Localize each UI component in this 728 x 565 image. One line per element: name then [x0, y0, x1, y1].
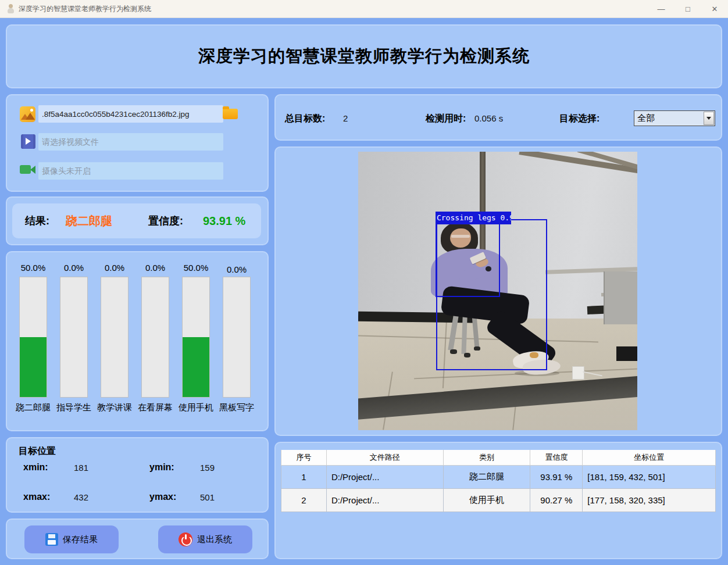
- exit-button-label: 退出系统: [197, 534, 232, 545]
- behavior-chart-panel: 50.0% 跷二郎腿 0.0% 指导学生 0.0% 教学讲课 0.0% 在看屏幕…: [6, 251, 269, 431]
- photo-right-wall: [604, 271, 637, 324]
- detection-display-panel: Crossing legs 0.94): [274, 146, 722, 436]
- cell-class: 使用手机: [443, 488, 530, 512]
- total-targets-label: 总目标数:: [285, 113, 325, 125]
- bbox-label: Crossing legs 0.94): [436, 212, 511, 225]
- result-inner-box: 结果: 跷二郎腿 置信度: 93.91 %: [12, 203, 261, 238]
- save-button-label: 保存结果: [63, 534, 98, 545]
- table-row[interactable]: 2 D:/Project/... 使用手机 90.27 % [177, 158,…: [281, 488, 716, 512]
- cell-conf: 93.91 %: [530, 465, 583, 488]
- video-file-input[interactable]: [38, 133, 223, 151]
- minimize-button[interactable]: —: [648, 0, 675, 18]
- bar-value-label: 0.0%: [217, 263, 256, 276]
- bar-category-label: 教学讲课: [95, 402, 134, 413]
- result-value: 跷二郎腿: [66, 213, 112, 229]
- bar-value-label: 0.0%: [136, 263, 174, 276]
- detect-time-value: 0.056 s: [474, 113, 503, 123]
- result-label: 结果:: [25, 214, 49, 228]
- camera-icon: [20, 163, 36, 177]
- target-select-value: 全部: [634, 113, 704, 124]
- cell-no: 1: [281, 465, 327, 488]
- dropdown-arrow-button[interactable]: [704, 112, 714, 125]
- maximize-button[interactable]: □: [675, 0, 701, 18]
- image-file-icon: [20, 106, 35, 122]
- bar-value-label: 0.0%: [95, 263, 134, 276]
- col-header-class: 类别: [443, 450, 530, 465]
- bar-value-label: 50.0%: [14, 263, 52, 276]
- bar-track: [223, 277, 251, 398]
- app-icon: [7, 4, 14, 13]
- bar-category-label: 黑板写字: [217, 402, 256, 413]
- bar-column: 0.0% 教学讲课: [95, 263, 134, 413]
- bar-value-label: 0.0%: [55, 263, 93, 276]
- browse-folder-button[interactable]: [223, 106, 239, 121]
- action-buttons-panel: 保存结果 退出系统: [6, 518, 269, 559]
- stats-panel: 总目标数: 2 检测用时: 0.056 s 目标选择: 全部: [274, 94, 722, 141]
- cell-path: D:/Project/...: [326, 465, 443, 488]
- cell-coords: [177, 158, 320, 335]: [583, 488, 716, 512]
- window-titlebar: 深度学习的智慧课堂老师教学行为检测系统 — □ ✕: [0, 0, 728, 18]
- window-title: 深度学习的智慧课堂老师教学行为检测系统: [19, 4, 151, 14]
- ymin-label: ymin:: [149, 462, 174, 473]
- bar-fill: [20, 337, 47, 397]
- xmax-label: xmax:: [23, 492, 50, 502]
- bar-track: [19, 277, 47, 398]
- bar-column: 50.0% 跷二郎腿: [14, 263, 52, 413]
- col-header-path: 文件路径: [326, 450, 443, 465]
- bar-column: 0.0% 在看屏幕: [136, 263, 174, 413]
- folder-icon: [223, 109, 238, 119]
- bar-fill: [183, 337, 209, 397]
- col-header-no: 序号: [281, 450, 327, 465]
- bar-value-label: 50.0%: [177, 263, 215, 276]
- bar-track: [182, 277, 210, 398]
- image-path-input[interactable]: [38, 105, 223, 123]
- cell-class: 跷二郎腿: [443, 465, 530, 488]
- chevron-down-icon: [706, 117, 711, 120]
- target-select-dropdown[interactable]: 全部: [634, 110, 715, 126]
- total-targets-value: 2: [343, 113, 348, 123]
- results-table-panel: 序号 文件路径 类别 置信度 坐标位置 1 D:/Project/... 跷二郎…: [274, 442, 722, 559]
- save-icon: [45, 533, 58, 546]
- detection-photo: Crossing legs 0.94): [358, 152, 637, 430]
- target-position-panel: 目标位置 xmin: 181 ymin: 159 xmax: 432 ymax:…: [6, 437, 269, 513]
- ymax-value: 501: [200, 492, 215, 502]
- col-header-conf: 置信度: [530, 450, 583, 465]
- xmin-label: xmin:: [23, 462, 48, 473]
- bar-track: [101, 277, 129, 398]
- bar-category-label: 在看屏幕: [136, 402, 174, 413]
- cell-path: D:/Project/...: [326, 488, 443, 512]
- detect-time-label: 检测用时:: [426, 113, 466, 125]
- confidence-value: 93.91 %: [203, 214, 245, 228]
- bar-track: [141, 277, 169, 398]
- video-file-icon: [21, 134, 35, 149]
- header-panel: 深度学习的智慧课堂教师教学行为检测系统: [6, 24, 722, 88]
- xmax-value: 432: [74, 492, 88, 502]
- close-button[interactable]: ✕: [701, 0, 728, 18]
- result-panel: 结果: 跷二郎腿 置信度: 93.91 %: [6, 196, 269, 245]
- bar-category-label: 跷二郎腿: [14, 402, 52, 413]
- cell-no: 2: [281, 488, 327, 512]
- camera-status-input[interactable]: [38, 162, 223, 180]
- save-results-button[interactable]: 保存结果: [24, 525, 119, 553]
- confidence-label: 置信度:: [148, 214, 183, 228]
- bar-track: [60, 277, 88, 398]
- cell-conf: 90.27 %: [530, 488, 583, 512]
- bar-column: 0.0% 黑板写字: [217, 263, 256, 413]
- results-table: 序号 文件路径 类别 置信度 坐标位置 1 D:/Project/... 跷二郎…: [281, 450, 716, 512]
- table-header-row: 序号 文件路径 类别 置信度 坐标位置: [281, 450, 716, 465]
- table-row[interactable]: 1 D:/Project/... 跷二郎腿 93.91 % [181, 159,…: [281, 465, 716, 488]
- ymax-label: ymax:: [149, 492, 176, 502]
- exit-system-button[interactable]: 退出系统: [158, 525, 252, 553]
- bar-column: 0.0% 指导学生: [55, 263, 93, 413]
- target-select-label: 目标选择:: [559, 113, 599, 125]
- bbox-crossing-legs: [436, 219, 547, 371]
- target-position-title: 目标位置: [19, 445, 56, 457]
- photo-wall-box: [616, 346, 637, 361]
- bar-category-label: 使用手机: [177, 402, 215, 413]
- power-icon: [179, 532, 192, 546]
- xmin-value: 181: [74, 463, 88, 473]
- photo-power-outlet: [572, 366, 584, 380]
- page-title: 深度学习的智慧课堂教师教学行为检测系统: [198, 45, 530, 68]
- bar-category-label: 指导学生: [55, 402, 93, 413]
- cell-coords: [181, 159, 432, 501]: [583, 465, 716, 488]
